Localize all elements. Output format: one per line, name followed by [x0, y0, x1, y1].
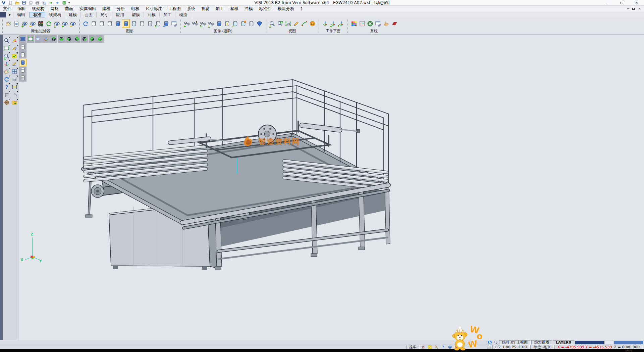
- delete-icon[interactable]: [3, 91, 10, 98]
- status-lock-icon[interactable]: [420, 345, 426, 349]
- menu-item[interactable]: 网格: [48, 6, 62, 12]
- quick-access-dropdown-icon[interactable]: ▾: [67, 1, 71, 4]
- copy-view-icon[interactable]: →: [162, 19, 170, 28]
- graphics-options-icon[interactable]: [170, 19, 178, 28]
- export-folder-icon[interactable]: [10, 98, 18, 106]
- menu-item[interactable]: 尺寸标注: [143, 6, 165, 12]
- solid-display-icon[interactable]: [215, 19, 223, 28]
- status-entity-icon[interactable]: [447, 345, 453, 349]
- undo-icon[interactable]: [10, 91, 18, 98]
- menu-item[interactable]: 模流分析: [275, 6, 298, 12]
- zoom-dynamic-icon[interactable]: ±: [268, 19, 276, 28]
- tab-item[interactable]: 应用: [112, 12, 128, 17]
- dimension-icon[interactable]: [10, 83, 18, 91]
- menu-item[interactable]: 系统: [184, 6, 198, 12]
- tab-active[interactable]: 标准: [29, 12, 45, 17]
- print-preview-icon[interactable]: [41, 0, 47, 5]
- tag-solid-icon[interactable]: [239, 19, 247, 28]
- menu-item[interactable]: 实体编辑: [76, 6, 99, 12]
- hidden-line-view-icon[interactable]: [98, 19, 106, 28]
- print-icon[interactable]: [34, 0, 40, 5]
- status-key-icon[interactable]: [434, 345, 439, 349]
- shaded-edges-view-icon[interactable]: [122, 19, 130, 28]
- edit-curve-icon[interactable]: [10, 60, 18, 68]
- hatched-view-icon[interactable]: [146, 19, 154, 28]
- status-box-icon[interactable]: [454, 345, 460, 349]
- display-ghost-icon[interactable]: [19, 67, 26, 74]
- axis-views-icon[interactable]: [42, 35, 50, 43]
- absolute-view-segment[interactable]: 绝对视图: [531, 340, 552, 345]
- color-table-icon[interactable]: [350, 19, 358, 28]
- export-icon[interactable]: [54, 0, 60, 5]
- menu-item[interactable]: 冲模: [241, 6, 256, 12]
- dashed-hidden-view-icon[interactable]: [106, 19, 114, 28]
- view-mode-segment[interactable]: 绝对 XY 上视图: [499, 340, 531, 345]
- tab-item[interactable]: 塑膜: [128, 12, 144, 17]
- menu-item[interactable]: 分析: [114, 6, 128, 12]
- regen-solid-icon[interactable]: ↻: [154, 19, 162, 28]
- view-back-icon[interactable]: [73, 35, 80, 43]
- menu-item[interactable]: 加工: [213, 6, 227, 12]
- hatch-solid-icon[interactable]: [247, 19, 255, 28]
- status-search-icon[interactable]: [493, 340, 498, 345]
- image-toggle-icon[interactable]: ±: [207, 19, 215, 28]
- tab-dropdown-icon[interactable]: ▼: [6, 12, 13, 17]
- database-icon[interactable]: [61, 0, 67, 5]
- menu-item[interactable]: 工程图: [165, 6, 184, 12]
- image-add-icon[interactable]: +: [183, 19, 191, 28]
- redraw-icon[interactable]: [82, 19, 90, 28]
- save-all-icon[interactable]: [28, 0, 34, 5]
- view-bottom-icon[interactable]: [58, 35, 65, 43]
- visibility-toggle-icon[interactable]: ±: [53, 19, 61, 28]
- workplane-standard-icon[interactable]: [321, 19, 329, 28]
- view-top-icon[interactable]: [50, 35, 57, 43]
- restore-button[interactable]: [614, 0, 629, 6]
- trim-delete-icon[interactable]: [10, 37, 18, 44]
- tab-item[interactable]: 曲面: [81, 12, 97, 17]
- navigator-icon[interactable]: [3, 98, 10, 106]
- menu-item[interactable]: 电极: [128, 6, 143, 12]
- examine-zoom-icon[interactable]: [3, 37, 10, 44]
- image-filter-icon[interactable]: [191, 19, 199, 28]
- tab-item[interactable]: 模流: [175, 12, 191, 17]
- menu-item[interactable]: 文件: [0, 6, 14, 12]
- options-window-icon[interactable]: [374, 19, 382, 28]
- zoom-1-1-icon[interactable]: 1:1: [284, 19, 292, 28]
- shaded-view-icon[interactable]: [114, 19, 122, 28]
- ghost-view-icon[interactable]: [138, 19, 146, 28]
- grid-snap-icon[interactable]: [390, 19, 398, 28]
- workplane-reset-icon[interactable]: ↻: [337, 19, 345, 28]
- snap-lock-toggle[interactable]: 拴牢: [406, 345, 420, 349]
- display-hidden-icon[interactable]: [19, 51, 26, 58]
- layer-table-icon[interactable]: [358, 19, 366, 28]
- doc-close-button[interactable]: ×: [638, 7, 641, 10]
- attributes-brush-icon[interactable]: [3, 68, 10, 75]
- render-icon[interactable]: [308, 19, 316, 28]
- open-file-icon[interactable]: [14, 0, 20, 5]
- menu-item[interactable]: 编辑: [14, 6, 29, 12]
- save-file-icon[interactable]: [21, 0, 27, 5]
- sketch-curve-icon[interactable]: [10, 44, 18, 52]
- tab-item[interactable]: 编辑: [13, 12, 29, 17]
- view-sketch-icon[interactable]: [292, 19, 300, 28]
- wireframe-view-icon[interactable]: [90, 19, 98, 28]
- orientation-axis-icon[interactable]: [3, 60, 10, 68]
- image-regen-icon[interactable]: ↻: [199, 19, 207, 28]
- shaded-cube-icon[interactable]: [255, 19, 263, 28]
- view-vector-icon[interactable]: [300, 19, 308, 28]
- status-edit-icon[interactable]: [427, 345, 433, 349]
- doc-minimize-button[interactable]: ─: [627, 7, 629, 10]
- display-wireframe-icon[interactable]: [19, 43, 26, 51]
- viewport-3d[interactable]: 智造资料网 Z X Y: [18, 35, 644, 340]
- tab-item[interactable]: 尺寸: [97, 12, 112, 17]
- show-add-icon[interactable]: +: [20, 19, 29, 28]
- show-remove-icon[interactable]: −: [29, 19, 37, 28]
- status-lamp-icon[interactable]: [461, 345, 466, 349]
- zoom-views-icon[interactable]: [35, 35, 42, 43]
- view-front-icon[interactable]: [89, 35, 96, 43]
- menu-item[interactable]: 建模: [99, 6, 114, 12]
- system-config-icon[interactable]: [366, 19, 374, 28]
- menu-item[interactable]: ?: [298, 6, 306, 12]
- view-right-icon[interactable]: [81, 35, 88, 43]
- menu-item[interactable]: 视窗: [198, 6, 213, 12]
